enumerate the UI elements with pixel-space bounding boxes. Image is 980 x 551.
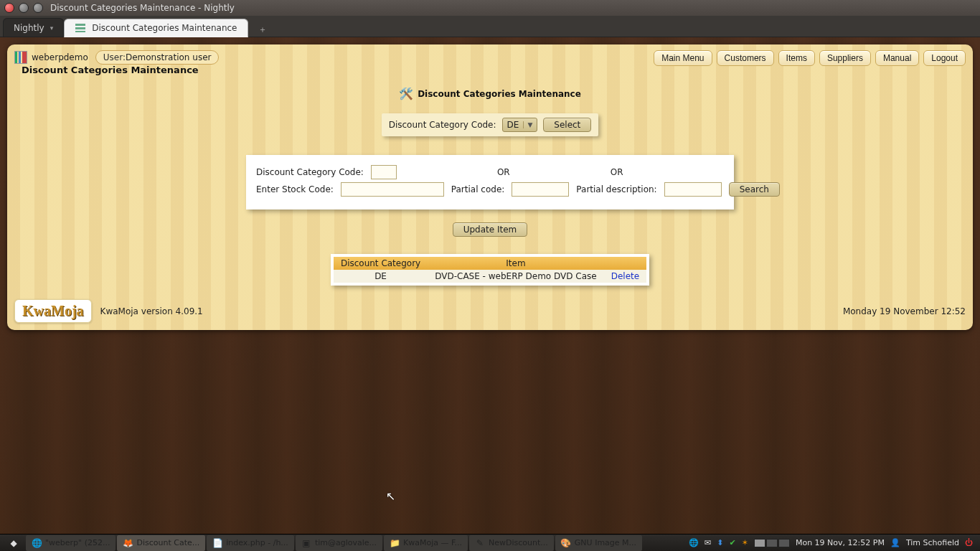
- system-tray: 🌐 ✉ ⬍ ✔ ✶ Mon 19 Nov, 12:52 PM 👤 Tim Sch…: [684, 538, 977, 547]
- new-tab-button[interactable]: ＋: [254, 22, 271, 37]
- col-discount-category: Discount Category: [334, 257, 428, 270]
- brand-name: KwaMoja: [22, 303, 84, 319]
- svg-rect-0: [75, 24, 85, 26]
- company-name: weberpdemo: [32, 52, 88, 62]
- category-code-select[interactable]: DE ▼: [502, 118, 538, 132]
- col-actions: [604, 257, 646, 270]
- user-label: User:: [103, 52, 126, 62]
- or-label-1: OR: [497, 167, 510, 177]
- stock-code-input[interactable]: [341, 182, 444, 197]
- search-button[interactable]: Search: [729, 182, 780, 197]
- tray-user-name[interactable]: Tim Schofield: [906, 538, 959, 547]
- nav-main-menu[interactable]: Main Menu: [654, 50, 712, 66]
- or-label-2: OR: [611, 167, 623, 177]
- tray-user-icon[interactable]: 👤: [890, 538, 900, 547]
- tools-icon: 🛠️: [399, 87, 413, 100]
- svg-rect-2: [75, 31, 85, 32]
- delete-link[interactable]: Delete: [611, 271, 639, 281]
- window-minimize-icon[interactable]: [19, 3, 29, 13]
- tray-sync-icon[interactable]: ✔: [729, 538, 735, 547]
- update-item-button[interactable]: Update Item: [453, 222, 528, 237]
- nav-suppliers[interactable]: Suppliers: [819, 50, 871, 66]
- tray-power-icon[interactable]: ⏻: [965, 538, 973, 547]
- disc-cat-label: Discount Category Code:: [256, 167, 364, 177]
- partial-desc-label: Partial description:: [576, 184, 656, 194]
- svg-rect-1: [75, 27, 85, 29]
- workspace-switcher[interactable]: [754, 539, 790, 547]
- tab-nightly[interactable]: Nightly ▾: [3, 18, 64, 37]
- col-item: Item: [428, 257, 603, 270]
- user-badge[interactable]: User:Demonstration user: [95, 50, 220, 65]
- task-gedit[interactable]: 📄index.php - /h...: [207, 535, 294, 551]
- chevron-down-icon: ▾: [50, 24, 54, 32]
- stock-code-label: Enter Stock Code:: [256, 184, 334, 194]
- brand-badge[interactable]: KwaMoja: [14, 299, 92, 323]
- task-firefox[interactable]: 🦊Discount Cate...: [117, 535, 205, 551]
- window-maximize-icon[interactable]: [33, 3, 43, 13]
- task-chrome[interactable]: 🌐"weberp" (252...: [26, 535, 116, 551]
- tray-dropbox-icon[interactable]: ⬍: [717, 538, 723, 547]
- task-files[interactable]: 📁KwaMoja — F...: [384, 535, 468, 551]
- chevron-down-icon: ▼: [523, 121, 532, 128]
- task-terminal[interactable]: ▣tim@aglovale...: [296, 535, 382, 551]
- task-editor[interactable]: ✎NewDiscount...: [469, 535, 554, 551]
- tab-discount-categories[interactable]: Discount Categories Maintenance: [64, 19, 248, 37]
- page-title: Discount Categories Maintenance: [14, 65, 219, 81]
- section-heading: 🛠️ Discount Categories Maintenance: [7, 87, 973, 100]
- partial-desc-input[interactable]: [664, 182, 722, 197]
- partial-code-input[interactable]: [512, 182, 569, 197]
- browser-tabstrip: Nightly ▾ Discount Categories Maintenanc…: [0, 16, 980, 37]
- footer-datetime: Monday 19 November 12:52: [843, 306, 966, 316]
- results-card: Discount Category Item DE DVD-CASE - web…: [331, 254, 649, 286]
- results-table: Discount Category Item DE DVD-CASE - web…: [334, 257, 646, 283]
- window-titlebar: Discount Categories Maintenance - Nightl…: [0, 0, 980, 16]
- version-text: KwaMoja version 4.09.1: [100, 306, 203, 316]
- nav-items[interactable]: Items: [778, 50, 815, 66]
- section-title: Discount Categories Maintenance: [418, 89, 581, 99]
- window-close-icon[interactable]: [4, 3, 14, 13]
- window-title: Discount Categories Maintenance - Nightl…: [50, 3, 239, 13]
- app-container: weberpdemo User:Demonstration user Disco…: [7, 44, 973, 330]
- top-nav: Main Menu Customers Items Suppliers Manu…: [654, 50, 966, 66]
- cell-category: DE: [334, 270, 428, 283]
- nav-logout[interactable]: Logout: [923, 50, 966, 66]
- company-logo-icon: [14, 51, 27, 64]
- tray-bug-icon[interactable]: ✶: [742, 538, 748, 547]
- tray-mail-icon[interactable]: ✉: [705, 538, 711, 547]
- nav-customers[interactable]: Customers: [717, 50, 774, 66]
- category-selector-bar: Discount Category Code: DE ▼ Select: [382, 113, 599, 136]
- select-value: DE: [507, 120, 519, 130]
- table-row: DE DVD-CASE - webERP Demo DVD Case Delet…: [334, 270, 646, 283]
- favicon-icon: [75, 22, 86, 34]
- select-button[interactable]: Select: [543, 118, 591, 132]
- tab-label: Discount Categories Maintenance: [92, 23, 237, 33]
- mouse-cursor-icon: ↖: [386, 489, 395, 503]
- selector-label: Discount Category Code:: [389, 120, 496, 130]
- partial-code-label: Partial code:: [451, 184, 505, 194]
- tray-chrome-icon[interactable]: 🌐: [689, 538, 699, 547]
- disc-cat-input[interactable]: [371, 165, 397, 179]
- start-menu-icon[interactable]: ◆: [3, 535, 24, 551]
- tab-label: Nightly: [14, 23, 44, 33]
- app-footer: KwaMoja KwaMoja version 4.09.1 Monday 19…: [7, 295, 973, 330]
- task-gimp[interactable]: 🎨GNU Image M...: [555, 535, 642, 551]
- user-name: Demonstration user: [126, 52, 211, 62]
- nav-manual[interactable]: Manual: [875, 50, 919, 66]
- tray-clock[interactable]: Mon 19 Nov, 12:52 PM: [796, 538, 885, 547]
- os-taskbar: ◆ 🌐"weberp" (252... 🦊Discount Cate... 📄i…: [0, 534, 980, 551]
- cell-item: DVD-CASE - webERP Demo DVD Case: [428, 270, 603, 283]
- search-panel: Discount Category Code: OR OR Enter Stoc…: [246, 155, 734, 209]
